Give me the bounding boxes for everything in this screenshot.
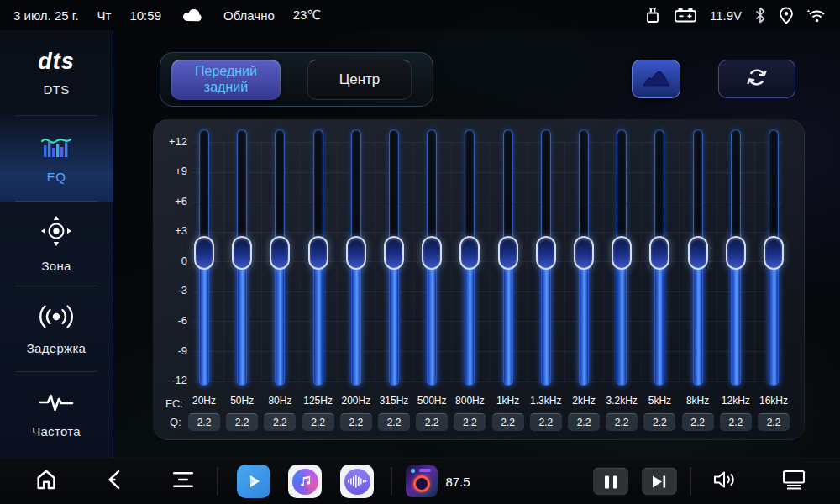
eq-vertical-gridline bbox=[451, 142, 452, 381]
eq-band-q-value[interactable]: 2.2 bbox=[454, 413, 486, 431]
eq-slider-thumb[interactable] bbox=[574, 236, 594, 270]
status-temperature: 23℃ bbox=[293, 8, 322, 23]
eq-vertical-gridline bbox=[413, 142, 414, 381]
eq-band-q-value[interactable]: 2.2 bbox=[682, 413, 714, 431]
dock-divider bbox=[391, 467, 392, 496]
equalizer-panel: FC: Q: +12+9+6+30-3-6-9-1220Hz2.250Hz2.2… bbox=[153, 119, 805, 440]
eq-vertical-gridline bbox=[261, 142, 262, 381]
eq-slider-thumb[interactable] bbox=[726, 236, 746, 270]
tab-front-rear[interactable]: Передний задний bbox=[171, 60, 281, 100]
eq-slider-thumb[interactable] bbox=[194, 236, 214, 270]
radio-app[interactable] bbox=[406, 465, 438, 497]
pause-icon bbox=[593, 468, 628, 496]
location-icon bbox=[779, 7, 794, 24]
eq-vertical-gridline bbox=[299, 142, 300, 381]
eq-band-q-value[interactable]: 2.2 bbox=[264, 413, 296, 431]
eq-vertical-gridline bbox=[527, 142, 528, 381]
eq-band-q-value[interactable]: 2.2 bbox=[720, 413, 752, 431]
frequency-icon bbox=[39, 391, 74, 417]
dts-logo: dts bbox=[38, 49, 75, 75]
eq-vertical-gridline bbox=[717, 142, 717, 381]
eq-slider-thumb[interactable] bbox=[346, 236, 366, 270]
eq-band-q-value[interactable]: 2.2 bbox=[530, 413, 562, 431]
tab-front-rear-line2: задний bbox=[204, 80, 248, 95]
eq-band-q-value[interactable]: 2.2 bbox=[568, 413, 600, 431]
eq-slider-thumb[interactable] bbox=[422, 236, 442, 270]
eq-scale-label: 0 bbox=[154, 255, 187, 267]
eq-slider-fill bbox=[654, 265, 664, 386]
eq-band-q-value[interactable]: 2.2 bbox=[340, 413, 372, 431]
eq-band-q-value[interactable]: 2.2 bbox=[226, 413, 258, 431]
eq-slider-thumb[interactable] bbox=[764, 236, 784, 270]
eq-slider-thumb[interactable] bbox=[459, 236, 480, 270]
eq-slider-thumb[interactable] bbox=[688, 236, 708, 270]
eq-slider-fill bbox=[541, 265, 551, 386]
eq-vertical-gridline bbox=[223, 142, 224, 381]
reset-button[interactable] bbox=[718, 60, 795, 98]
voice-app-icon bbox=[340, 465, 374, 498]
status-date: 3 июл. 25 г. bbox=[13, 8, 79, 23]
eq-curve-button[interactable] bbox=[632, 60, 680, 98]
eq-band-q-value[interactable]: 2.2 bbox=[606, 413, 638, 431]
status-time: 10:59 bbox=[129, 8, 161, 23]
eq-vertical-gridline bbox=[375, 142, 375, 381]
eq-band-q-value[interactable]: 2.2 bbox=[188, 413, 220, 431]
eq-band-q-value[interactable]: 2.2 bbox=[378, 413, 410, 431]
eq-slider-thumb[interactable] bbox=[612, 236, 632, 270]
eq-slider-thumb[interactable] bbox=[232, 236, 252, 270]
next-track-button[interactable] bbox=[642, 468, 677, 496]
eq-slider-thumb[interactable] bbox=[384, 236, 404, 270]
eq-slider-thumb[interactable] bbox=[498, 236, 518, 270]
music-app[interactable] bbox=[288, 465, 322, 498]
back-icon bbox=[103, 468, 127, 495]
eq-slider-fill bbox=[275, 265, 285, 386]
eq-band-q-value[interactable]: 2.2 bbox=[643, 413, 675, 431]
status-weather: Облачно bbox=[223, 8, 275, 23]
screen-icon bbox=[781, 469, 806, 494]
eq-band-q-value[interactable]: 2.2 bbox=[302, 413, 334, 431]
tab-center[interactable]: Центр bbox=[307, 60, 412, 100]
video-player-app[interactable] bbox=[237, 465, 270, 498]
sidebar-item-eq[interactable]: EQ bbox=[0, 116, 113, 202]
recents-button[interactable] bbox=[171, 470, 195, 493]
back-button[interactable] bbox=[103, 468, 127, 495]
eq-slider-fill bbox=[199, 265, 209, 386]
screen-off-button[interactable] bbox=[781, 469, 806, 494]
eq-slider-thumb[interactable] bbox=[270, 236, 290, 270]
eq-band-q-value[interactable]: 2.2 bbox=[416, 413, 448, 431]
home-button[interactable] bbox=[34, 467, 59, 496]
eq-slider-thumb[interactable] bbox=[649, 236, 669, 270]
eq-slider-fill bbox=[389, 265, 399, 386]
eq-curve-icon bbox=[641, 66, 671, 92]
eq-band-q-value[interactable]: 2.2 bbox=[758, 413, 790, 431]
status-bar: 3 июл. 25 г. Чт 10:59 Облачно 23℃ 11.9V bbox=[0, 0, 840, 30]
eq-slider-thumb[interactable] bbox=[536, 236, 556, 270]
status-day: Чт bbox=[97, 8, 112, 23]
music-app-icon bbox=[288, 465, 322, 498]
eq-slider-thumb[interactable] bbox=[308, 236, 328, 270]
eq-slider-fill bbox=[693, 265, 703, 386]
head-unit-screen: 3 июл. 25 г. Чт 10:59 Облачно 23℃ 11.9V bbox=[0, 0, 840, 504]
radio-frequency: 87.5 bbox=[445, 475, 470, 489]
sidebar-item-frequency[interactable]: Частота bbox=[0, 372, 113, 458]
equalizer-icon bbox=[40, 134, 72, 162]
eq-slider-fill bbox=[237, 265, 247, 386]
eq-scale-label: +3 bbox=[154, 224, 187, 237]
voice-app[interactable] bbox=[340, 465, 374, 498]
tab-center-label: Центр bbox=[339, 71, 381, 88]
eq-vertical-gridline bbox=[641, 142, 642, 381]
cloud-icon bbox=[180, 7, 205, 24]
sidebar-item-zone[interactable]: Зона bbox=[0, 202, 113, 287]
eq-scale-label: +6 bbox=[154, 195, 187, 207]
volume-button[interactable] bbox=[711, 469, 738, 494]
sidebar-item-dts[interactable]: dts DTS bbox=[0, 30, 113, 116]
eq-slider-fill bbox=[617, 265, 627, 386]
radio-app-icon bbox=[406, 465, 438, 497]
eq-band-q-value[interactable]: 2.2 bbox=[492, 413, 524, 431]
sidebar-item-label: Частота bbox=[32, 424, 81, 438]
eq-slider-fill bbox=[731, 265, 741, 386]
sidebar-item-delay[interactable]: Задержка bbox=[0, 286, 113, 372]
pause-button[interactable] bbox=[593, 468, 628, 496]
recents-icon bbox=[171, 470, 195, 493]
car-battery-icon bbox=[674, 7, 697, 24]
